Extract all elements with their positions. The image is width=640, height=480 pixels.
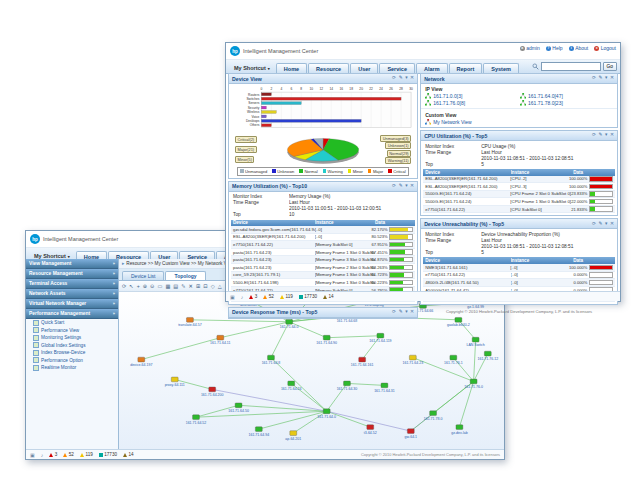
link-about[interactable]: iAbout [569,45,589,51]
zoom-out-icon[interactable]: ⊖ [150,283,154,289]
alarm-count-critical[interactable]: 3 [49,452,57,457]
collapse-icon[interactable]: ▾ [405,184,407,189]
edit-icon[interactable]: ✎ [399,76,403,81]
table-row[interactable]: e7750(161.71.64.22)[..0]0.000% [423,272,615,280]
zoom-in-icon[interactable]: ⊕ [143,283,147,289]
alarm-count-major[interactable]: 52 [263,294,274,299]
topology-node[interactable]: 161.71.76.12 [477,351,498,361]
table-row[interactable]: ESL-A8200(3SER)ER(161.71.64.200)[..0]80.… [231,234,415,242]
topology-node[interactable]: device-64.197 [130,357,152,367]
sidebar-item-quick-start[interactable]: Quick Start [26,319,118,327]
topology-node[interactable]: 161.71.76.1 [444,355,463,365]
tab-topology[interactable]: Topology [165,271,205,280]
refresh-icon[interactable]: ⟳ [392,310,396,315]
refresh-icon[interactable]: ⟳ [392,184,396,189]
close-icon[interactable]: ✕ [410,310,414,315]
close-icon[interactable]: ✕ [610,222,614,227]
refresh-icon[interactable]: ⟳ [392,76,396,81]
sidebar-section-network-assets[interactable]: Network Assets» [26,289,118,299]
alarm-sound-icon[interactable]: ♪ [241,294,244,300]
sidebar-item-global-index-settings[interactable]: Global Index Settings [26,342,118,350]
table-row[interactable]: pasta(161.71.64.23)[Memory Frame 1 Slot … [231,249,415,257]
table-row[interactable]: 4800G-2L/4B(161.71.64.50)[..0]0.000% [423,279,615,287]
custom-view-link[interactable]: My Network View [425,119,613,125]
alarm-sound-icon[interactable]: ♪ [41,452,44,458]
collapse-icon[interactable]: ⊟ [203,283,207,289]
ip-view-link[interactable]: 161.71.76.0[8] [425,100,518,106]
collapse-icon[interactable]: ▾ [605,76,607,81]
search-input[interactable] [541,62,601,71]
alarm-count-warning[interactable]: 14 [323,294,334,299]
refresh-icon[interactable]: ⟳ [592,133,596,138]
edit-icon[interactable]: ✎ [599,222,603,227]
grid-icon[interactable]: ▦ [165,283,170,289]
table-row[interactable]: core_59.23(161.71.79.1)[Memory Frame 1 S… [231,272,415,280]
close-icon[interactable]: ✕ [410,184,414,189]
topology-node[interactable]: 161.71.64.161 [351,357,374,367]
tree-layout-icon[interactable]: △ [218,283,222,289]
table-row[interactable]: ESL-A8200(3SER)ER(161.71.64.200)[CPU..2]… [423,176,615,184]
refresh-icon[interactable]: ⟳ [592,76,596,81]
select-icon[interactable]: ↖ [129,283,133,289]
link-admin[interactable]: aadmin [520,45,540,51]
link-help[interactable]: ?Help [546,45,563,51]
table-row[interactable]: 5500G-EI(161.71.64.24)[CPU Frame 1 Slot … [423,198,615,206]
ip-view-link[interactable]: 161.71.0.0[3] [425,93,518,99]
collapse-icon[interactable]: ▾ [405,76,407,81]
sidebar-item-index-browse-device[interactable]: Index Browse-Device [26,349,118,357]
sidebar-section-view-management[interactable]: View Management» [26,259,118,269]
table-row[interactable]: 5500-EI(161.71.64.198)[Memory Frame 1 Sl… [231,279,415,287]
collapse-icon[interactable]: ▾ [605,133,607,138]
marquee-icon[interactable]: ▭ [157,283,162,289]
table-row[interactable]: e7750(161.71.64.22)[CPU SubSlot 0]21.833… [423,206,615,214]
move-icon[interactable]: + [137,283,140,289]
table-row[interactable]: ESL-A8200(3SER)ER(161.71.64.200)[CPU..3]… [423,183,615,191]
table-row[interactable]: NME3(161.71.64.161)[..0]100.000% [423,264,615,272]
table-row[interactable]: 5500G-EI(161.71.64.24)[CPU Frame 2 Slot … [423,191,615,199]
alarm-count-info[interactable]: 17730 [99,452,117,457]
topology-node[interactable]: gz-dev-lab [451,425,468,435]
topology-node[interactable]: proxy-64.111 [165,377,185,387]
topology-node[interactable]: ap-64.201 [285,431,301,441]
topology-node[interactable]: t3-64.52 [364,425,377,435]
close-icon[interactable]: ✕ [410,76,414,81]
topology-node[interactable]: gaolab-b640-2 [447,317,470,327]
topology-node[interactable]: 161.71.64.8 [262,355,281,365]
table-row[interactable]: pasta(161.71.64.23)[Memory Frame 3 Slot … [231,256,415,264]
sidebar-item-realtime-monitor[interactable]: Realtime Monitor [26,364,118,372]
edit-icon[interactable]: ✎ [399,310,403,315]
sidebar-item-monitoring-settings[interactable]: Monitoring Settings [26,334,118,342]
ip-view-link[interactable]: 161.71.78.0[23] [520,100,613,106]
edit-icon[interactable]: ✎ [599,76,603,81]
alarm-browse-icon[interactable]: ▣ [230,294,235,300]
collapse-icon[interactable]: ▾ [605,222,607,227]
expand-icon[interactable]: ⊞ [196,283,200,289]
topology-node[interactable]: 161.71.64.94 [248,427,269,437]
edit-icon[interactable]: ✎ [181,283,185,289]
topology-node[interactable]: translate-64.57 [178,317,202,327]
topology-node[interactable]: 161.71.64.50 [228,403,249,413]
alarm-browse-icon[interactable]: ▣ [30,452,35,458]
alarm-count-minor[interactable]: 119 [280,294,293,299]
topology-node[interactable]: 161.71.76.0 [464,379,483,389]
topology-node[interactable]: 161.71.64.90 [316,335,337,345]
edit-icon[interactable]: ✎ [599,133,603,138]
alarm-count-major[interactable]: 52 [63,452,74,457]
delete-icon[interactable]: ✕ [189,283,193,289]
alarm-count-minor[interactable]: 119 [80,452,93,457]
sidebar-section-virtual-network-manager[interactable]: Virtual Network Manager» [26,299,118,309]
edit-icon[interactable]: ✎ [399,184,403,189]
topology-node[interactable]: 161.71.78.0 [424,411,443,421]
refresh-icon[interactable]: ⟳ [592,222,596,227]
close-icon[interactable]: ✕ [610,133,614,138]
list-icon[interactable]: ▤ [173,283,178,289]
sidebar-item-performance-view[interactable]: Performance View [26,327,118,335]
diamond-layout-icon[interactable]: ◇ [211,283,215,289]
alarm-count-warning[interactable]: 14 [123,452,134,457]
topology-node[interactable]: 161.71.64.200 [201,387,224,397]
topology-node[interactable]: 161.71.64.24 [281,381,302,391]
collapse-icon[interactable]: ▾ [405,310,407,315]
table-row[interactable]: gzcsdal.fedora.gov.3com.com(161.71.64.94… [231,226,415,234]
link-logout[interactable]: xLogout [594,45,616,51]
topology-node[interactable]: 161.71.64.30 [337,381,358,391]
